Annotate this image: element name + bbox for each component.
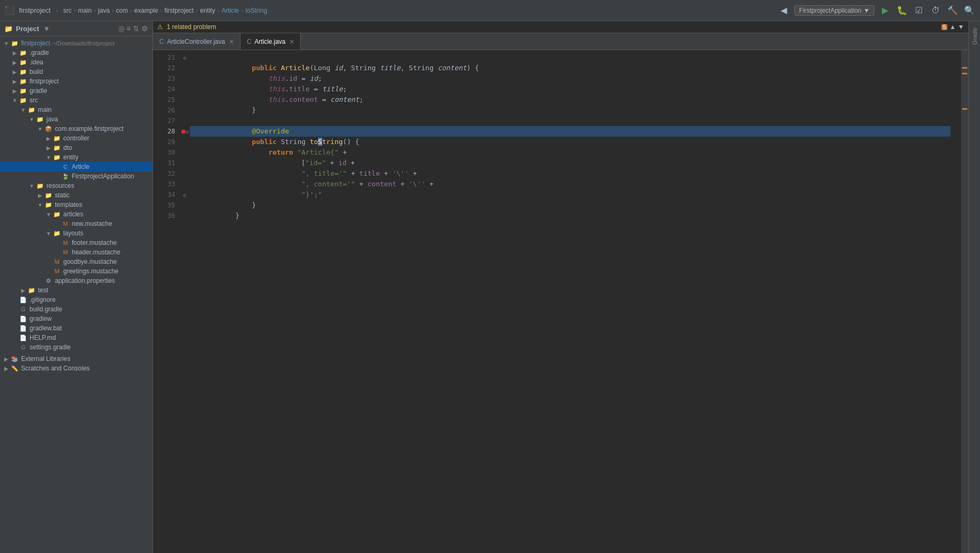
line-num-35: 35 bbox=[157, 200, 175, 211]
tree-item-com-example[interactable]: ▼ 📦 com.example.firstproject bbox=[0, 124, 152, 134]
tree-item-scratches[interactable]: ▶ ✏️ Scratches and Consoles bbox=[0, 364, 152, 373]
tree-label: build bbox=[30, 68, 43, 75]
tree-item-entity[interactable]: ▼ 📁 entity bbox=[0, 152, 152, 162]
bc-main[interactable]: main bbox=[78, 7, 92, 14]
tree-label: static bbox=[55, 192, 70, 199]
gutter-25 bbox=[179, 94, 190, 105]
tree-item-build[interactable]: ▶ 📁 build bbox=[0, 67, 152, 77]
tree-item-goodbye-mustache[interactable]: M goodbye.mustache bbox=[0, 257, 152, 266]
gradle-panel-label[interactable]: Gradle bbox=[971, 23, 979, 49]
debug-button[interactable]: 🐛 bbox=[896, 4, 908, 17]
bc-article[interactable]: Article bbox=[222, 7, 239, 14]
tree-item-static[interactable]: ▶ 📁 static bbox=[0, 190, 152, 200]
close-icon[interactable]: × bbox=[290, 37, 294, 46]
tree-item-application-properties[interactable]: ⚙ application.properties bbox=[0, 276, 152, 285]
bc-tostring[interactable]: toString bbox=[245, 7, 267, 14]
run-config-selector[interactable]: FirstprojectApplication ▼ bbox=[794, 5, 875, 16]
nav-down-icon[interactable]: ▼ bbox=[958, 23, 964, 31]
tree-item-firstproject-pkg[interactable]: ▶ 📁 firstproject bbox=[0, 77, 152, 86]
tree-path: ~/Downloads/firstproject bbox=[52, 40, 114, 46]
tree-label: templates bbox=[55, 201, 82, 208]
sort-icon[interactable]: ⇅ bbox=[133, 24, 139, 33]
close-icon[interactable]: × bbox=[229, 37, 234, 46]
tree-item-dto[interactable]: ▶ 📁 dto bbox=[0, 143, 152, 152]
sidebar-dropdown-icon[interactable]: ▼ bbox=[43, 25, 50, 33]
tree-item-help-md[interactable]: 📄 HELP.md bbox=[0, 333, 152, 342]
tree-item-java[interactable]: ▼ 📁 java bbox=[0, 115, 152, 124]
build-button[interactable]: 🔨 bbox=[946, 4, 959, 17]
tree-label: FirstprojectApplication bbox=[72, 173, 134, 180]
tree-label: entity bbox=[63, 154, 79, 161]
tree-item-main[interactable]: ▼ 📁 main bbox=[0, 105, 152, 115]
locate-icon[interactable]: ◎ bbox=[118, 24, 124, 33]
bc-java[interactable]: java bbox=[98, 7, 110, 14]
project-name: firstproject bbox=[19, 6, 51, 14]
tab-article-controller[interactable]: C ArticleController.java × bbox=[153, 33, 241, 50]
tree-label: firstproject bbox=[30, 78, 59, 85]
search-button[interactable]: 🔍 bbox=[963, 4, 976, 17]
tree-item-test[interactable]: ▶ 📁 test bbox=[0, 285, 152, 295]
tree-item-build-gradle[interactable]: G build.gradle bbox=[0, 304, 152, 314]
tab-label: Article.java bbox=[255, 38, 286, 45]
tree-item-gitignore[interactable]: 📄 .gitignore bbox=[0, 295, 152, 304]
tree-label: dto bbox=[63, 144, 72, 151]
tree-item-resources[interactable]: ▼ 📁 resources bbox=[0, 181, 152, 190]
tree-item-src[interactable]: ▼ 📁 src bbox=[0, 96, 152, 105]
chevron-right-icon: ▶ bbox=[11, 60, 19, 65]
line-num-26: 26 bbox=[157, 105, 175, 116]
gutter-26 bbox=[179, 105, 190, 116]
tree-item-controller[interactable]: ▶ 📁 controller bbox=[0, 134, 152, 143]
tab-article[interactable]: C Article.java × bbox=[241, 33, 301, 50]
chevron-down-icon: ▼ bbox=[36, 126, 44, 132]
profile-button[interactable]: ⏱ bbox=[929, 4, 942, 17]
navigate-back-button[interactable]: ◀ bbox=[777, 4, 790, 17]
collapse-all-icon[interactable]: ≡ bbox=[127, 24, 131, 33]
tree-item-layouts[interactable]: ▼ 📁 layouts bbox=[0, 228, 152, 238]
tree-item-gradlew-bat[interactable]: 📄 gradlew.bat bbox=[0, 323, 152, 333]
file-icon: 📄 bbox=[19, 314, 27, 323]
bc-firstproject[interactable]: firstproject bbox=[165, 7, 194, 14]
folder-icon: 📁 bbox=[19, 87, 27, 95]
tree-item-header-mustache[interactable]: M header.mustache bbox=[0, 247, 152, 257]
tree-item-new-mustache[interactable]: M new.mustache bbox=[0, 219, 152, 228]
tree-item-footer-mustache[interactable]: M footer.mustache bbox=[0, 238, 152, 247]
bc-com[interactable]: com bbox=[116, 7, 128, 14]
coverage-button[interactable]: ☑ bbox=[912, 4, 925, 17]
spring-icon: 🍃 bbox=[61, 172, 70, 180]
code-editor[interactable]: public Article(Long id, String title, St… bbox=[190, 50, 961, 553]
tree-item-gradle2[interactable]: ▶ 📁 gradle bbox=[0, 86, 152, 96]
gutter-28[interactable]: ⏺ ◇ bbox=[179, 126, 190, 137]
java-icon: C bbox=[247, 38, 252, 45]
settings-icon[interactable]: ⚙ bbox=[141, 24, 148, 33]
tree-item-firstproject-app[interactable]: 🍃 FirstprojectApplication bbox=[0, 171, 152, 181]
folder-icon: 📁 bbox=[19, 68, 27, 76]
line-num-23: 23 bbox=[157, 73, 175, 84]
run-button[interactable]: ▶ bbox=[879, 4, 891, 17]
tree-item-settings-gradle[interactable]: G settings.gradle bbox=[0, 342, 152, 352]
tree-label: resources bbox=[46, 182, 74, 189]
tree-label: com.example.firstproject bbox=[55, 125, 123, 132]
tree-item-articles[interactable]: ▼ 📁 articles bbox=[0, 209, 152, 219]
tree-item-idea[interactable]: ▶ 📁 .idea bbox=[0, 58, 152, 67]
tree-item-gradlew[interactable]: 📄 gradlew bbox=[0, 314, 152, 323]
tree-root-firstproject[interactable]: ▼ 📁 firstproject ~/Downloads/firstprojec… bbox=[0, 39, 152, 48]
nav-up-icon[interactable]: ▲ bbox=[949, 23, 956, 31]
gutter-36 bbox=[179, 211, 190, 221]
bc-src[interactable]: src bbox=[63, 7, 72, 14]
tree-label: HELP.md bbox=[30, 334, 56, 341]
gutter-33 bbox=[179, 179, 190, 189]
chevron-right-icon: ▶ bbox=[44, 145, 53, 151]
bc-example[interactable]: example bbox=[134, 7, 158, 14]
sep1: › bbox=[55, 6, 59, 14]
bc-entity[interactable]: entity bbox=[200, 7, 215, 14]
tree-item-templates[interactable]: ▼ 📁 templates bbox=[0, 200, 152, 209]
chevron-down-icon: ▼ bbox=[27, 183, 36, 189]
chevron-right-icon: ▶ bbox=[11, 50, 19, 56]
tree-item-greetings-mustache[interactable]: M greetings.mustache bbox=[0, 266, 152, 276]
tree-item-gradle-dir[interactable]: ▶ 📁 .gradle bbox=[0, 48, 152, 58]
tree-label: Article bbox=[72, 163, 89, 170]
editor-content: 21 22 23 24 25 26 27 28 29 30 31 32 33 3… bbox=[153, 50, 968, 553]
tree-item-external-libraries[interactable]: ▶ 📚 External Libraries bbox=[0, 354, 152, 364]
tab-label: ArticleController.java bbox=[167, 38, 225, 45]
tree-item-article[interactable]: C Article bbox=[0, 162, 152, 171]
